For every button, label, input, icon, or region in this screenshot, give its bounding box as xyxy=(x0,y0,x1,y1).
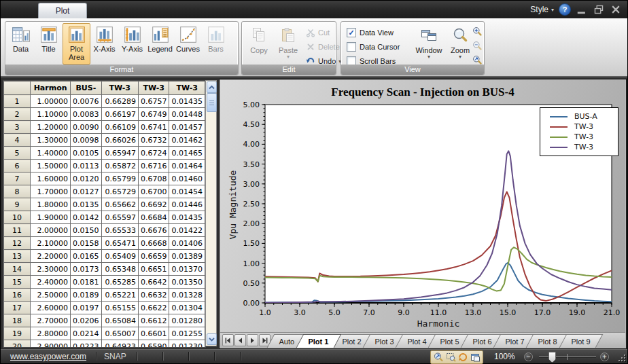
table-cell[interactable]: 2.60000 xyxy=(31,302,71,314)
next-plot-button[interactable] xyxy=(247,334,258,346)
column-header[interactable]: BUS- xyxy=(71,81,102,95)
first-plot-button[interactable] xyxy=(222,334,234,346)
row-number[interactable]: 12 xyxy=(4,237,31,250)
rotate-view-icon[interactable] xyxy=(457,352,468,363)
table-cell[interactable]: 0.65471 xyxy=(101,237,138,250)
table-cell[interactable]: 0.01280 xyxy=(169,314,205,327)
table-cell[interactable]: 0.6651 xyxy=(138,263,169,276)
table-cell[interactable]: 0.6601 xyxy=(138,327,169,340)
row-number[interactable]: 7 xyxy=(4,172,31,185)
format-legend-button[interactable]: Legend xyxy=(146,23,174,65)
table-cell[interactable]: 1.50000 xyxy=(31,160,71,172)
minimize-button[interactable] xyxy=(576,5,588,15)
table-cell[interactable]: 0.0083 xyxy=(71,108,102,121)
row-number[interactable]: 1 xyxy=(4,95,31,108)
table-cell[interactable]: 0.6622 xyxy=(138,302,169,314)
table-cell[interactable]: 2.10000 xyxy=(31,237,71,250)
table-cell[interactable]: 0.6612 xyxy=(138,314,169,327)
table-cell[interactable]: 0.6700 xyxy=(138,185,169,198)
table-cell[interactable]: 0.0150 xyxy=(71,224,102,237)
scroll-up-button[interactable] xyxy=(207,81,217,93)
table-cell[interactable]: 0.01370 xyxy=(169,263,205,276)
table-cell[interactable]: 0.01328 xyxy=(169,289,205,302)
tab-plot[interactable]: Plot xyxy=(38,3,87,19)
table-cell[interactable]: 0.0113 xyxy=(71,160,102,172)
table-cell[interactable]: 2.80000 xyxy=(31,327,71,340)
plot-tab-plot-1[interactable]: Plot 1 xyxy=(296,334,341,348)
table-cell[interactable]: 0.6732 xyxy=(138,134,169,147)
table-cell[interactable]: 0.6676 xyxy=(138,224,169,237)
table-cell[interactable]: 0.66197 xyxy=(101,108,138,121)
row-number[interactable]: 11 xyxy=(4,224,31,237)
zoom-out-button-status[interactable]: − xyxy=(524,352,533,361)
close-button[interactable] xyxy=(610,5,622,15)
table-cell[interactable]: 0.0076 xyxy=(71,95,102,108)
format-x-axis-button[interactable]: X-Axis xyxy=(90,23,118,65)
table-cell[interactable]: 1.00000 xyxy=(31,95,71,108)
easypower-link[interactable]: www.easypower.com xyxy=(10,352,86,361)
table-cell[interactable]: 1.70000 xyxy=(31,185,71,198)
row-number[interactable]: 20 xyxy=(4,340,31,348)
table-cell[interactable]: 0.01462 xyxy=(169,134,205,147)
table-cell[interactable]: 1.80000 xyxy=(31,198,71,211)
column-header[interactable] xyxy=(4,81,31,95)
row-number[interactable]: 10 xyxy=(4,211,31,224)
marquee-zoom-icon[interactable] xyxy=(445,352,456,363)
table-cell[interactable]: 0.0127 xyxy=(71,185,102,198)
table-cell[interactable]: 0.66109 xyxy=(101,121,138,134)
restore-button[interactable] xyxy=(593,5,605,15)
table-cell[interactable]: 0.0189 xyxy=(71,289,102,302)
table-cell[interactable]: 0.6684 xyxy=(138,211,169,224)
table-cell[interactable]: 0.01465 xyxy=(169,147,205,160)
table-cell[interactable]: 0.0223 xyxy=(71,340,102,348)
row-number[interactable]: 15 xyxy=(4,276,31,289)
table-cell[interactable]: 0.0135 xyxy=(71,198,102,211)
table-cell[interactable]: 0.01230 xyxy=(169,340,205,348)
table-cell[interactable]: 0.65872 xyxy=(101,160,138,172)
format-data-button[interactable]: Data xyxy=(7,23,35,65)
table-cell[interactable]: 0.01464 xyxy=(169,160,205,172)
row-number[interactable]: 2 xyxy=(4,108,31,121)
table-cell[interactable]: 0.6668 xyxy=(138,237,169,250)
table-cell[interactable]: 0.66289 xyxy=(101,95,138,108)
table-cell[interactable]: 2.50000 xyxy=(31,289,71,302)
data-view-checkbox[interactable]: ✓ Data View xyxy=(347,26,394,39)
table-cell[interactable]: 0.0181 xyxy=(71,276,102,289)
format-title-button[interactable]: Title xyxy=(35,23,63,65)
table-cell[interactable]: 2.20000 xyxy=(31,250,71,263)
zoom-slider-track[interactable] xyxy=(539,357,596,357)
table-cell[interactable]: 0.65221 xyxy=(101,289,138,302)
table-cell[interactable]: 0.6741 xyxy=(138,121,169,134)
table-cell[interactable]: 0.65662 xyxy=(101,198,138,211)
table-cell[interactable]: 0.6642 xyxy=(138,276,169,289)
table-cell[interactable]: 0.01446 xyxy=(169,198,205,211)
table-cell[interactable]: 0.01350 xyxy=(169,276,205,289)
row-number[interactable]: 6 xyxy=(4,160,31,172)
table-cell[interactable]: 1.60000 xyxy=(31,172,71,185)
table-cell[interactable]: 0.6590 xyxy=(138,340,169,348)
table-cell[interactable]: 0.65155 xyxy=(101,302,138,314)
table-cell[interactable]: 0.65947 xyxy=(101,147,138,160)
table-cell[interactable]: 0.0158 xyxy=(71,237,102,250)
column-header[interactable]: TW-3 xyxy=(138,81,169,95)
zoom-slider-thumb[interactable] xyxy=(548,352,556,363)
column-header[interactable]: Harmon xyxy=(31,81,71,95)
column-header[interactable]: TW-3 xyxy=(169,81,205,95)
snap-indicator[interactable]: SNAP xyxy=(104,352,126,361)
help-icon[interactable]: ? xyxy=(559,3,571,16)
table-cell[interactable]: 0.0165 xyxy=(71,250,102,263)
table-cell[interactable]: 0.6757 xyxy=(138,95,169,108)
data-panel-icon[interactable] xyxy=(470,352,481,363)
table-cell[interactable]: 1.40000 xyxy=(31,147,71,160)
table-cell[interactable]: 0.6708 xyxy=(138,172,169,185)
resize-grip[interactable] xyxy=(617,353,625,361)
table-cell[interactable]: 0.65084 xyxy=(101,314,138,327)
table-cell[interactable]: 0.01304 xyxy=(169,302,205,314)
table-cell[interactable]: 0.01422 xyxy=(169,224,205,237)
table-cell[interactable]: 0.0206 xyxy=(71,314,102,327)
window-button[interactable]: Window ▾ xyxy=(412,24,446,65)
table-cell[interactable]: 1.90000 xyxy=(31,211,71,224)
format-curves-button[interactable]: Curves xyxy=(174,23,202,65)
table-cell[interactable]: 0.6692 xyxy=(138,198,169,211)
table-cell[interactable]: 0.65007 xyxy=(101,327,138,340)
